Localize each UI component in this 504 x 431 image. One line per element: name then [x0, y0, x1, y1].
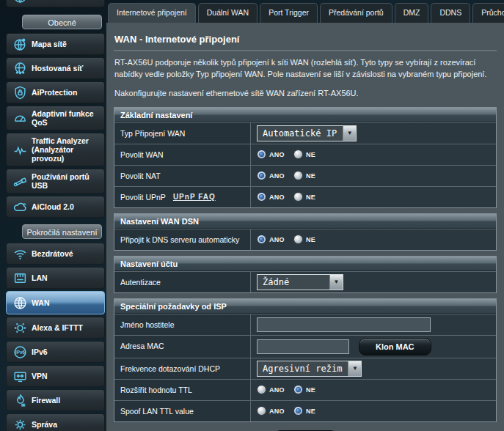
row-label: Připojit k DNS serveru automaticky	[120, 235, 239, 244]
row-label-cell: Povolit NAT	[114, 166, 251, 186]
sidebar-item-label: Mapa sítě	[29, 40, 67, 48]
sidebar-item-ipv6[interactable]: IPv6IPv6	[6, 341, 105, 363]
settings-gear-icon	[11, 417, 29, 431]
settings-row-autentizace: AutentizaceŽádné▼	[114, 271, 496, 292]
tab-dmz[interactable]: DMZ	[395, 3, 429, 23]
input-jmeno-hostitele[interactable]	[257, 317, 431, 332]
radio-selected-icon[interactable]	[293, 385, 303, 394]
radio-option-spoof-lan-ttl-value-ano[interactable]: ANO	[257, 406, 285, 416]
radio-selected-icon[interactable]	[257, 150, 266, 159]
radio-selected-icon[interactable]	[257, 171, 266, 180]
sidebar-item-adaptivni-funkce-qos[interactable]: Adaptivní funkce QoS	[6, 106, 105, 130]
radio-unselected-icon[interactable]	[293, 235, 303, 244]
sidebar-partial-top-item: Internetu	[6, 0, 105, 8]
dropdown-autentizace[interactable]: Žádné▼	[257, 274, 343, 290]
sidebar-item-label: Adaptivní funkce QoS	[29, 109, 101, 127]
radio-option-pripojit-k-dns-serveru-automaticky-ano[interactable]: ANO	[257, 235, 285, 244]
radio-selected-icon[interactable]	[257, 235, 266, 244]
guest-network-icon	[11, 61, 29, 75]
radio-option-povolit-nat-ano[interactable]: ANO	[257, 171, 285, 180]
radio-option-label: ANO	[269, 172, 285, 180]
settings-section-nastaveni-wan-dsn: Nastavení WAN DSNPřipojit k DNS serveru …	[114, 213, 497, 251]
dropdown-typ-pripojeni-wan[interactable]: Automatické IP▼	[257, 125, 357, 141]
sidebar-item-vpn[interactable]: VPN	[6, 365, 105, 387]
row-label-cell: Připojit k DNS serveru automaticky	[114, 229, 251, 250]
settings-row-povolit-nat: Povolit NATANONE	[114, 165, 496, 186]
settings-row-frekvence-dotazovani-dhcp: Frekvence dotazování DHCPAgresivní režim…	[114, 358, 496, 379]
row-label: Povolit WAN	[120, 150, 164, 159]
radio-option-rozsirit-hodnotu-ttl-ne[interactable]: NE	[293, 385, 315, 394]
chevron-down-icon: ▼	[348, 361, 361, 376]
sidebar-item-sprava[interactable]: Správa	[6, 413, 105, 431]
radio-unselected-icon[interactable]	[293, 171, 303, 180]
tab-pruchod-nat[interactable]: Průchod NAT	[472, 3, 504, 23]
sidebar-item-wan[interactable]: WAN	[6, 291, 105, 314]
radio-option-povolit-nat-ne[interactable]: NE	[293, 171, 315, 180]
ipv6-badge-icon: IPv6	[11, 345, 29, 359]
settings-row-jmeno-hostitele: Jméno hostitele	[114, 314, 496, 335]
radio-option-povolit-upnp-ne[interactable]: NE	[293, 192, 315, 202]
sidebar-item-bezdratove[interactable]: Bezdrátové	[6, 243, 105, 265]
input-adresa-mac[interactable]	[257, 339, 349, 354]
vpn-monitor-icon	[11, 369, 29, 383]
row-label: Adresa MAC	[120, 342, 164, 350]
row-value-cell: ANONE	[251, 380, 496, 400]
radio-option-povolit-wan-ano[interactable]: ANO	[257, 150, 285, 159]
section-header: Nastavení účtu	[114, 257, 496, 271]
radio-option-label: ANO	[269, 408, 285, 415]
radio-option-pripojit-k-dns-serveru-automaticky-ne[interactable]: NE	[293, 235, 315, 244]
shield-lock-icon	[11, 85, 29, 100]
settings-row-povolit-wan: Povolit WANANONE	[114, 144, 496, 165]
radio-selected-icon[interactable]	[293, 406, 303, 416]
row-value-cell: Klon MAC	[251, 336, 496, 358]
row-label: Typ Připojení WAN	[120, 129, 185, 138]
radio-unselected-icon[interactable]	[293, 192, 303, 202]
title-divider	[114, 51, 497, 51]
settings-row-spoof-lan-ttl-value: Spoof LAN TTL valueANONE	[114, 400, 496, 421]
settings-section-specialni-pozadavky-od-isp: Speciální požadavky od ISPJméno hostitel…	[114, 298, 497, 422]
row-value-cell: Žádné▼	[251, 272, 496, 292]
sidebar-item-alexa-ifttt[interactable]: Alexa & IFTTT	[6, 317, 105, 339]
row-label: Autentizace	[120, 278, 161, 287]
radio-option-label: NE	[306, 194, 315, 201]
sidebar-section-header-pokrocila-nastaveni: Pokročilá nastavení	[22, 224, 102, 239]
sidebar-item-firewall[interactable]: Firewall	[6, 389, 105, 411]
network-map-icon	[11, 37, 29, 51]
tab-internetove-pripojeni[interactable]: Internetové připojení	[108, 3, 196, 23]
gauge-icon	[11, 111, 29, 125]
radio-unselected-icon[interactable]	[293, 150, 303, 159]
sidebar-item-traffic-analyzer-analyzator-provozu[interactable]: Traffic Analyzer (Analyzátor provozu)	[6, 133, 105, 166]
radio-unselected-icon[interactable]	[257, 406, 266, 416]
radio-option-rozsirit-hodnotu-ttl-ano[interactable]: ANO	[257, 385, 285, 394]
alexa-dots-icon	[11, 320, 29, 335]
sidebar-item-internetu[interactable]: Internetu	[6, 0, 105, 7]
radio-option-povolit-wan-ne[interactable]: NE	[293, 150, 315, 159]
row-label-cell: Rozšířit hodnotu TTL	[114, 380, 251, 400]
row-value-cell: ANONE	[251, 229, 496, 250]
sidebar-item-aiprotection[interactable]: AiProtection	[6, 81, 105, 103]
tab-dualni-wan[interactable]: Duální WAN	[198, 3, 258, 23]
radio-option-povolit-upnp-ano[interactable]: ANO	[257, 192, 285, 202]
firewall-flame-icon	[11, 393, 29, 408]
settings-row-povolit-upnp: Povolit UPnPUPnP FAQANONE	[114, 186, 496, 207]
tab-ddns[interactable]: DDNS	[431, 3, 470, 23]
tab-port-trigger[interactable]: Port Trigger	[260, 3, 318, 23]
row-value-cell: ANONE	[251, 401, 496, 421]
sidebar-item-hostovana-sit[interactable]: Hostovaná síť	[6, 57, 105, 79]
sidebar-item-label: Používání portů USB	[29, 172, 101, 190]
radio-option-label: NE	[306, 236, 315, 243]
sidebar-item-mapa-site[interactable]: Mapa sítě	[6, 33, 105, 55]
radio-option-label: NE	[306, 151, 315, 158]
tab-predavani-portu[interactable]: Předávání portů	[320, 3, 392, 23]
radio-option-spoof-lan-ttl-value-ne[interactable]: NE	[293, 406, 315, 416]
radio-unselected-icon[interactable]	[257, 385, 266, 394]
upnp-faq-link[interactable]: UPnP FAQ	[173, 193, 216, 201]
settings-row-typ-pripojeni-wan: Typ Připojení WANAutomatické IP▼	[114, 122, 496, 144]
radio-selected-icon[interactable]	[257, 192, 266, 202]
sidebar-item-lan[interactable]: LAN	[6, 267, 105, 289]
clone-mac-button[interactable]: Klon MAC	[359, 338, 431, 356]
row-label-cell: Povolit UPnPUPnP FAQ	[114, 187, 251, 207]
dropdown-frekvence-dotazovani-dhcp[interactable]: Agresivní režim▼	[257, 361, 362, 377]
sidebar-item-pouzivani-portu-usb[interactable]: Používání portů USB	[6, 169, 105, 194]
sidebar-item-aicloud-2-0[interactable]: AiCloud 2.0	[6, 196, 105, 218]
